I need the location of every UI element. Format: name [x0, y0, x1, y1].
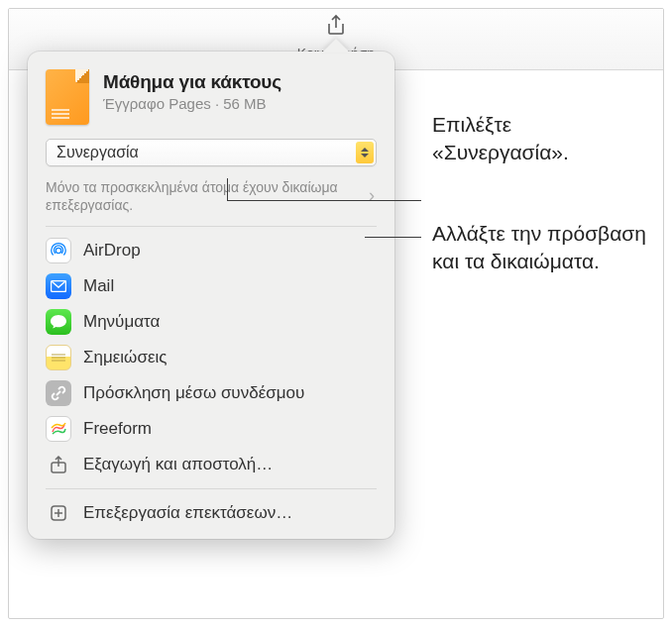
freeform-icon — [46, 416, 71, 442]
share-options-list: AirDrop Mail Μηνύματα Σ — [28, 227, 394, 482]
separator — [46, 488, 377, 489]
share-popover: Μάθημα για κάκτους Έγγραφο Pages · 56 MB… — [28, 52, 394, 539]
share-option-freeform[interactable]: Freeform — [28, 411, 394, 447]
edit-extensions-label: Επεξεργασία επεκτάσεων… — [83, 503, 292, 523]
share-option-label: Freeform — [83, 419, 152, 439]
mail-icon — [46, 273, 71, 299]
share-icon — [325, 14, 347, 38]
extensions-list: Επεξεργασία επεκτάσεων… — [28, 495, 394, 531]
share-option-mail[interactable]: Mail — [28, 268, 394, 304]
document-header: Μάθημα για κάκτους Έγγραφο Pages · 56 MB — [28, 65, 394, 137]
edit-extensions[interactable]: Επεξεργασία επεκτάσεων… — [28, 495, 394, 531]
share-option-label: Μηνύματα — [83, 312, 160, 332]
share-option-messages[interactable]: Μηνύματα — [28, 304, 394, 340]
popover-arrow — [322, 39, 350, 52]
share-option-notes[interactable]: Σημειώσεις — [28, 340, 394, 375]
share-option-label: Mail — [83, 276, 114, 296]
document-meta: Έγγραφο Pages · 56 MB — [103, 95, 281, 112]
share-option-label: Σημειώσεις — [83, 348, 167, 367]
link-icon — [46, 380, 71, 406]
share-option-label: Εξαγωγή και αποστολή… — [83, 455, 273, 474]
collaboration-dropdown[interactable]: Συνεργασία — [46, 139, 377, 166]
annotation-text: Αλλάξτε την πρόσβαση και τα δικαιώματα. — [432, 222, 646, 272]
share-option-invite-link[interactable]: Πρόσκληση μέσω συνδέσμου — [28, 375, 394, 411]
callout-line — [227, 178, 228, 200]
notes-icon — [46, 345, 71, 370]
svg-point-0 — [56, 249, 60, 254]
messages-icon — [46, 309, 71, 335]
share-option-label: Πρόσκληση μέσω συνδέσμου — [83, 383, 304, 403]
chevron-right-icon: › — [367, 184, 377, 207]
share-option-airdrop[interactable]: AirDrop — [28, 233, 394, 268]
document-title: Μάθημα για κάκτους — [103, 71, 281, 93]
extensions-icon — [46, 500, 71, 526]
airdrop-icon — [46, 238, 71, 263]
permissions-text: Μόνο τα προσκεκλημένα άτομα έχουν δικαίω… — [46, 178, 367, 214]
pages-document-icon — [46, 69, 89, 125]
collaboration-label: Συνεργασία — [56, 144, 356, 161]
callout-line — [365, 237, 421, 238]
annotation-text: Επιλέξτε «Συνεργασία». — [432, 113, 569, 163]
share-toolbar-button[interactable] — [315, 12, 357, 40]
annotation-permissions: Αλλάξτε την πρόσβαση και τα δικαιώματα. — [432, 220, 650, 276]
share-option-export[interactable]: Εξαγωγή και αποστολή… — [28, 447, 394, 482]
dropdown-stepper-icon — [356, 142, 374, 163]
annotation-collab: Επιλέξτε «Συνεργασία». — [432, 111, 650, 167]
share-option-label: AirDrop — [83, 241, 141, 261]
document-info: Μάθημα για κάκτους Έγγραφο Pages · 56 MB — [103, 69, 281, 112]
export-icon — [46, 452, 71, 477]
callout-line — [227, 200, 421, 201]
